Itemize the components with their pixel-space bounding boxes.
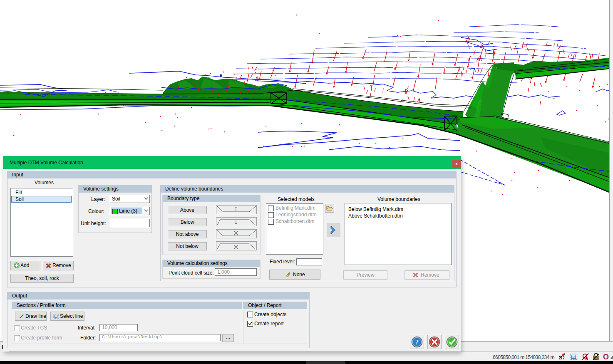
svg-text:?: ? xyxy=(415,338,419,346)
svg-text:O: O xyxy=(603,353,609,361)
